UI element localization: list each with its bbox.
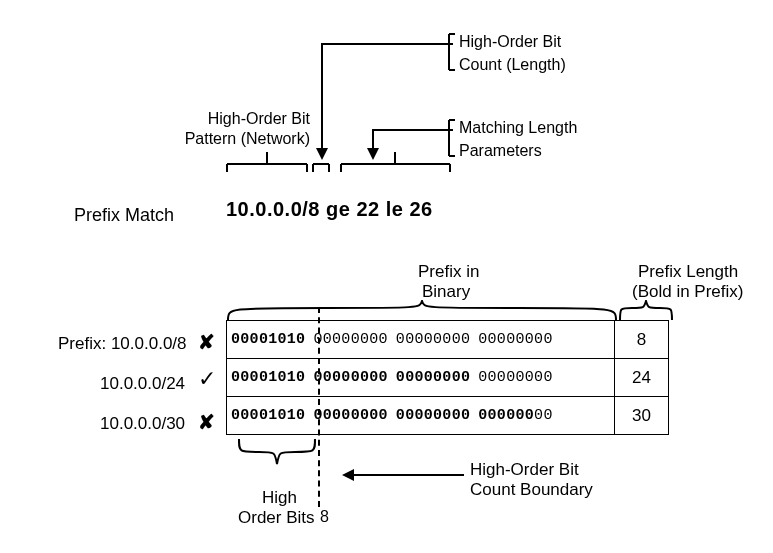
callout-high-order-bit-count-l2: Count (Length)	[459, 56, 566, 74]
boundary-arrow	[340, 464, 470, 486]
high-order-bits-label-l2: Order Bits	[238, 508, 315, 528]
binary-cell-3: 00001010000000000000000000000000	[227, 397, 615, 435]
row-label-2: 10.0.0.0/24	[100, 374, 185, 394]
brace-length-header	[618, 300, 674, 322]
match-mark-1: ✘	[198, 330, 215, 354]
length-cell-2: 24	[615, 359, 669, 397]
match-mark-3: ✘	[198, 410, 215, 434]
length-cell-3: 30	[615, 397, 669, 435]
callout-hob-pattern-l2: Pattern (Network)	[160, 130, 310, 148]
length-cell-1: 8	[615, 321, 669, 359]
callout-hob-pattern-l1: High-Order Bit	[160, 110, 310, 128]
boundary-label-l1: High-Order Bit	[470, 460, 579, 480]
row-label-1: Prefix: 10.0.0.0/8	[58, 334, 187, 354]
row-label-3: 10.0.0.0/30	[100, 414, 185, 434]
brace-high-order-bits	[237, 438, 319, 466]
callout-matching-length-l2: Parameters	[459, 142, 542, 160]
high-order-bit-boundary-line	[318, 307, 320, 507]
table-row: 00001010000000000000000000000000 30	[227, 397, 669, 435]
header-prefix-binary-l2: Binary	[422, 282, 470, 302]
boundary-label-l2: Count Boundary	[470, 480, 593, 500]
prefix-filter-expression: 10.0.0.0/8 ge 22 le 26	[226, 198, 433, 221]
high-order-bits-count: 8	[320, 508, 329, 526]
svg-marker-0	[316, 148, 328, 160]
table-row: 00001010000000000000000000000000 8	[227, 321, 669, 359]
match-mark-2: ✓	[198, 366, 216, 392]
high-order-bits-label-l1: High	[262, 488, 297, 508]
prefix-binary-table: 00001010000000000000000000000000 8 00001…	[226, 320, 669, 435]
binary-cell-2: 00001010000000000000000000000000	[227, 359, 615, 397]
brace-binary-header	[226, 300, 618, 322]
header-prefix-length-l1: Prefix Length	[638, 262, 738, 282]
prefix-match-label: Prefix Match	[74, 205, 174, 226]
header-prefix-binary-l1: Prefix in	[418, 262, 479, 282]
binary-cell-1: 00001010000000000000000000000000	[227, 321, 615, 359]
callout-matching-length-l1: Matching Length	[459, 119, 577, 137]
svg-marker-20	[342, 469, 354, 481]
table-row: 00001010000000000000000000000000 24	[227, 359, 669, 397]
callout-high-order-bit-count-l1: High-Order Bit	[459, 33, 561, 51]
header-prefix-length-l2: (Bold in Prefix)	[632, 282, 743, 302]
svg-marker-4	[367, 148, 379, 160]
